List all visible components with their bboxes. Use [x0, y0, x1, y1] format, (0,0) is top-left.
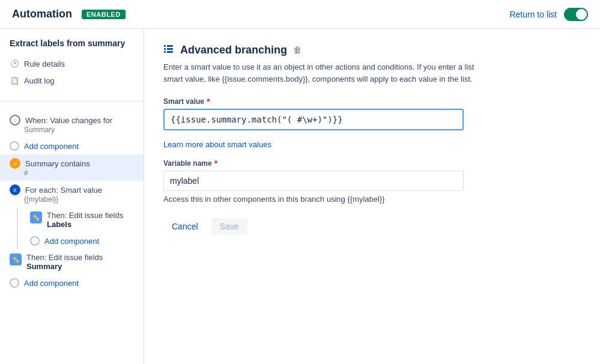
then-summary-label: Then: Edit issue fields	[26, 253, 103, 262]
save-button[interactable]: Save	[211, 218, 247, 235]
branch-container: ✏️ Then: Edit issue fields Labels Add co…	[17, 207, 144, 249]
when-label: When: Value changes for	[25, 116, 112, 125]
then-labels-content: Then: Edit issue fields Labels	[47, 211, 123, 229]
svg-rect-0	[164, 45, 166, 47]
sidebar-item-rule-details-label: Rule details	[24, 59, 65, 68]
then-labels-icon: ✏️	[30, 211, 42, 223]
svg-rect-3	[167, 48, 173, 50]
required-indicator-1: *	[207, 97, 210, 106]
panel-title: Advanced branching	[180, 44, 287, 56]
when-sublabel: Summary	[10, 126, 134, 134]
sidebar-divider	[0, 101, 144, 102]
document-icon: 📋	[10, 76, 19, 85]
sidebar-nav: 🕐 Rule details 📋 Audit log	[0, 55, 144, 96]
add-component-1-label: Add component	[24, 142, 79, 151]
summary-contains-sublabel: #	[10, 169, 134, 177]
foreach-icon: ≡	[10, 184, 20, 195]
add-component-3-label: Add component	[24, 279, 79, 288]
sidebar-item-rule-details[interactable]: 🕐 Rule details	[0, 55, 144, 72]
add-component-3[interactable]: Add component	[0, 275, 144, 291]
learn-more-link[interactable]: Learn more about smart values	[163, 140, 581, 149]
variable-name-group: Variable name * Access this in other com…	[163, 159, 581, 204]
app-title: Automation	[12, 8, 72, 20]
for-each-label: For each: Smart value	[25, 186, 102, 195]
enabled-badge: ENABLED	[82, 10, 126, 19]
delete-icon[interactable]: 🗑	[293, 45, 302, 55]
sidebar-item-audit-log[interactable]: 📋 Audit log	[0, 72, 144, 89]
enabled-toggle[interactable]	[564, 8, 588, 21]
smart-value-input[interactable]	[163, 109, 464, 130]
required-indicator-2: *	[214, 159, 217, 168]
variable-name-label: Variable name *	[163, 159, 581, 168]
cancel-button[interactable]: Cancel	[163, 218, 207, 235]
header-left: Automation ENABLED	[12, 8, 126, 20]
then-labels-sublabel: Labels	[47, 220, 123, 229]
then-labels-label: Then: Edit issue fields	[47, 211, 123, 220]
step-when-value-changes[interactable]: ↕ When: Value changes for Summary	[0, 111, 144, 138]
svg-rect-2	[164, 48, 166, 50]
header-right: Return to list	[509, 8, 588, 21]
step-then-summary[interactable]: ✏️ Then: Edit issue fields Summary	[0, 249, 144, 275]
condition-icon: ⚡	[10, 158, 20, 169]
add-component-2-label: Add component	[44, 237, 99, 246]
summary-contains-label: Summary contains	[25, 159, 90, 168]
app-header: Automation ENABLED Return to list	[0, 0, 600, 29]
form-actions: Cancel Save	[163, 218, 581, 235]
then-summary-sublabel: Summary	[26, 262, 103, 271]
panel-list-icon	[163, 43, 174, 56]
for-each-sublabel: {{mylabel}}	[10, 195, 134, 204]
panel-description: Enter a smart value to use it as an obje…	[163, 61, 476, 85]
main-content: Advanced branching 🗑 Enter a smart value…	[144, 29, 600, 364]
smart-value-label: Smart value *	[163, 97, 581, 106]
add-circle-icon-2	[30, 236, 40, 246]
add-circle-icon-1	[10, 141, 19, 151]
rule-title: Extract labels from summary	[0, 38, 144, 55]
return-to-list-link[interactable]: Return to list	[509, 10, 557, 19]
add-circle-icon-3	[10, 278, 19, 288]
step-then-labels[interactable]: ✏️ Then: Edit issue fields Labels	[20, 207, 144, 232]
add-component-1[interactable]: Add component	[0, 138, 144, 154]
step-for-each[interactable]: ≡ For each: Smart value {{mylabel}}	[0, 181, 144, 207]
main-layout: Extract labels from summary 🕐 Rule detai…	[0, 29, 600, 364]
then-summary-icon: ✏️	[10, 253, 22, 265]
svg-rect-4	[164, 51, 166, 53]
smart-value-group: Smart value *	[163, 97, 581, 130]
workflow-steps: ↕ When: Value changes for Summary Add co…	[0, 106, 144, 296]
svg-rect-1	[167, 45, 173, 47]
access-hint: Access this in other components in this …	[163, 195, 581, 204]
toggle-knob	[576, 9, 587, 20]
svg-rect-5	[167, 51, 173, 53]
then-summary-content: Then: Edit issue fields Summary	[26, 253, 103, 271]
when-icon: ↕	[10, 115, 20, 126]
panel-header: Advanced branching 🗑	[163, 43, 581, 56]
variable-name-input[interactable]	[163, 171, 464, 191]
step-summary-contains[interactable]: ⚡ Summary contains #	[0, 154, 144, 181]
add-component-2[interactable]: Add component	[20, 232, 144, 249]
sidebar-item-audit-log-label: Audit log	[24, 76, 55, 85]
clock-icon: 🕐	[10, 59, 19, 68]
sidebar: Extract labels from summary 🕐 Rule detai…	[0, 29, 144, 364]
